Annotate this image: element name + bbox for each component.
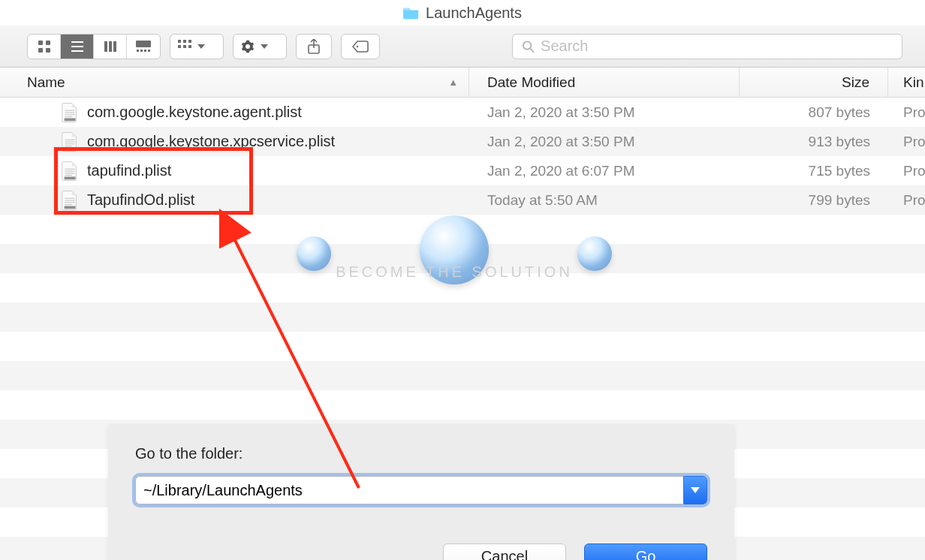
svg-rect-0 — [38, 41, 43, 45]
plist-file-icon — [62, 161, 78, 181]
action-dropdown[interactable] — [234, 35, 276, 59]
file-date: Jan 2, 2020 at 3:50 PM — [487, 134, 634, 149]
file-kind: Pro — [903, 163, 925, 179]
svg-point-22 — [357, 45, 359, 47]
svg-rect-10 — [136, 41, 151, 47]
column-header-date-label: Date Modified — [487, 74, 575, 91]
column-header-size-label: Size — [842, 74, 869, 91]
table-row[interactable]: TapufindOd.plistToday at 5:50 AM799 byte… — [0, 185, 925, 215]
svg-point-23 — [523, 41, 531, 49]
column-header-date[interactable]: Date Modified — [469, 68, 740, 97]
window-titlebar: LaunchAgents — [0, 0, 925, 26]
file-name: com.google.keystone.xpcservice.plist — [87, 133, 335, 150]
file-name: TapufindOd.plist — [87, 191, 194, 209]
sphere-icon — [420, 215, 489, 285]
sort-ascending-icon: ▲ — [448, 77, 458, 88]
svg-rect-19 — [183, 45, 186, 48]
column-header-kind-label: Kin — [903, 74, 923, 91]
svg-rect-15 — [178, 40, 181, 43]
svg-rect-13 — [144, 50, 146, 52]
column-header-name-label: Name — [27, 74, 65, 91]
svg-rect-11 — [137, 50, 139, 52]
arrange-dropdown[interactable] — [170, 35, 212, 59]
svg-rect-9 — [113, 41, 116, 52]
svg-rect-2 — [38, 48, 43, 53]
view-mode-segmented[interactable] — [27, 34, 161, 59]
window-title: LaunchAgents — [426, 5, 522, 22]
go-to-folder-sheet: Go to the folder: Cancel Go — [108, 424, 734, 560]
go-to-folder-dropdown-button[interactable] — [683, 476, 707, 504]
finder-toolbar — [0, 26, 925, 68]
watermark: BECOME THE SOLUTION — [297, 236, 612, 282]
sphere-icon — [297, 236, 331, 271]
column-header-row: Name ▲ Date Modified Size Kin — [0, 68, 925, 98]
plist-file-icon — [62, 191, 78, 210]
file-kind: Pro — [903, 104, 925, 120]
svg-rect-28 — [65, 118, 76, 121]
svg-rect-4 — [71, 41, 83, 43]
svg-rect-18 — [178, 45, 181, 48]
file-size: 799 bytes — [809, 192, 870, 208]
file-date: Jan 2, 2020 at 6:07 PM — [487, 163, 634, 179]
search-input[interactable] — [541, 38, 893, 55]
svg-rect-33 — [65, 147, 76, 150]
sphere-icon — [577, 236, 612, 271]
go-to-folder-combo[interactable] — [135, 476, 707, 504]
file-name: tapufind.plist — [87, 162, 171, 179]
search-field-wrap[interactable] — [512, 34, 902, 59]
file-kind: Pro — [903, 192, 925, 208]
plist-file-icon — [62, 103, 78, 122]
table-row[interactable]: com.google.keystone.agent.plistJan 2, 20… — [0, 98, 925, 127]
svg-rect-43 — [65, 206, 76, 209]
svg-rect-6 — [71, 50, 83, 52]
column-header-name[interactable]: Name ▲ — [0, 68, 469, 97]
svg-rect-5 — [71, 46, 83, 47]
column-view-button[interactable] — [94, 35, 127, 59]
chevron-down-icon — [691, 487, 700, 493]
svg-rect-8 — [109, 41, 112, 52]
go-button[interactable]: Go — [584, 543, 707, 560]
svg-rect-12 — [140, 50, 143, 52]
file-size: 715 bytes — [809, 163, 870, 179]
svg-rect-7 — [104, 41, 107, 52]
file-kind: Pro — [903, 134, 925, 149]
gallery-view-button[interactable] — [127, 35, 160, 59]
cancel-button[interactable]: Cancel — [443, 543, 566, 560]
svg-rect-20 — [188, 45, 191, 48]
file-size: 807 bytes — [809, 104, 870, 120]
svg-rect-3 — [46, 48, 50, 53]
file-date: Jan 2, 2020 at 3:50 PM — [487, 104, 634, 120]
action-button[interactable] — [233, 34, 287, 59]
folder-icon — [403, 6, 420, 20]
table-row[interactable]: tapufind.plistJan 2, 2020 at 6:07 PM715 … — [0, 156, 925, 185]
icon-view-button[interactable] — [28, 35, 61, 59]
file-list[interactable]: com.google.keystone.agent.plistJan 2, 20… — [0, 98, 925, 560]
svg-rect-16 — [183, 40, 186, 43]
svg-rect-1 — [46, 41, 50, 45]
table-row[interactable]: com.google.keystone.xpcservice.plistJan … — [0, 127, 925, 156]
list-view-button[interactable] — [61, 35, 94, 59]
svg-rect-17 — [188, 40, 191, 43]
column-header-size[interactable]: Size — [740, 68, 888, 97]
svg-rect-38 — [65, 176, 76, 179]
tags-button[interactable] — [341, 34, 380, 59]
watermark-text: BECOME THE SOLUTION — [297, 263, 612, 281]
search-icon — [522, 40, 535, 53]
file-name: com.google.keystone.agent.plist — [87, 104, 302, 121]
arrange-button[interactable] — [170, 34, 224, 59]
file-date: Today at 5:50 AM — [487, 192, 598, 208]
go-to-folder-prompt: Go to the folder: — [135, 445, 707, 462]
file-size: 913 bytes — [809, 134, 870, 149]
share-button[interactable] — [296, 34, 332, 59]
go-to-folder-input[interactable] — [135, 476, 683, 504]
plist-file-icon — [62, 132, 78, 152]
column-header-kind[interactable]: Kin — [888, 68, 925, 97]
svg-rect-14 — [148, 50, 150, 52]
